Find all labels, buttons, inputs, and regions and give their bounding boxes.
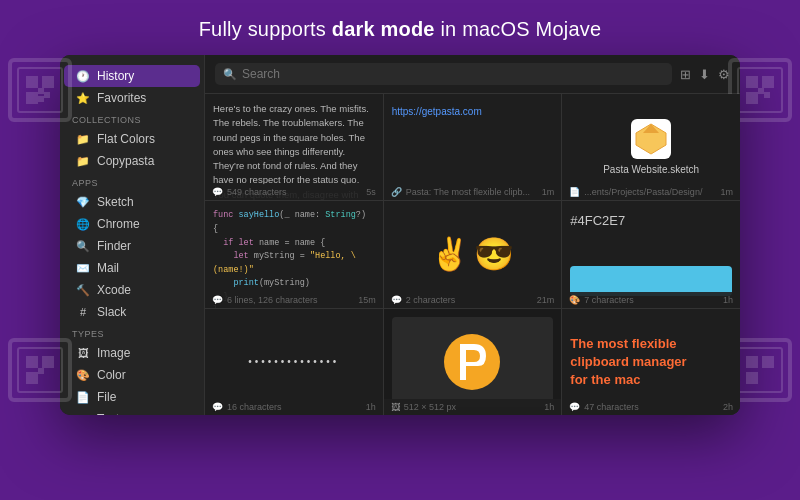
folder-icon-1: 📁 [76, 132, 90, 146]
search-wrapper[interactable]: 🔍 [215, 63, 672, 85]
color-hex-value: #4FC2E7 [570, 213, 732, 228]
sidebar-item-image[interactable]: 🖼 Image [64, 342, 200, 364]
svg-rect-9 [18, 348, 62, 392]
cell-6-footer: 🎨 7 characters 1h [562, 292, 740, 308]
emoji-meta-icon: 💬 [391, 295, 402, 305]
sidebar-item-chrome[interactable]: 🌐 Chrome [64, 213, 200, 235]
search-actions: ⊞ ⬇ ⚙ [680, 67, 730, 82]
promo-text: The most flexible clipboard manager for … [570, 335, 732, 390]
file-label: File [97, 390, 116, 404]
xcode-label: Xcode [97, 283, 131, 297]
clip-cell-url[interactable]: https://getpasta.com 🔗 Pasta: The most f… [384, 94, 562, 200]
clip-cell-file[interactable]: Pasta Website.sketch 📄 ...ents/Projects/… [562, 94, 740, 200]
sidebar-item-text[interactable]: T Text [64, 408, 200, 415]
pasta-logo-svg [442, 332, 502, 392]
file-meta-icon: 📄 [569, 187, 580, 197]
cell-5-meta-left: 2 characters [406, 295, 456, 305]
dots-meta-icon: 💬 [212, 402, 223, 412]
clip-cell-emoji[interactable]: ✌️ 😎 💬 2 characters 21m [384, 201, 562, 307]
gear-icon[interactable]: ⚙ [718, 67, 730, 82]
sketch-icon: 💎 [76, 195, 90, 209]
cell-color-content: #4FC2E7 [570, 209, 732, 299]
svg-rect-11 [42, 356, 54, 368]
emoji-1: ✌️ [430, 235, 470, 273]
sidebar: 🕐 History ⭐ Favorites Collections 📁 Flat… [60, 55, 205, 415]
cell-image-content [392, 317, 554, 407]
sidebar-item-sketch[interactable]: 💎 Sketch [64, 191, 200, 213]
sketch-label: Sketch [97, 195, 134, 209]
svg-rect-17 [762, 76, 774, 88]
folder-icon-2: 📁 [76, 154, 90, 168]
main-content: 🔍 ⊞ ⬇ ⚙ Here's to the crazy ones. The mi… [205, 55, 740, 415]
svg-rect-18 [746, 92, 758, 104]
sidebar-item-color[interactable]: 🎨 Color [64, 364, 200, 386]
cell-5-meta-right: 21m [537, 295, 555, 305]
sidebar-item-flat-colors[interactable]: 📁 Flat Colors [64, 128, 200, 150]
sidebar-item-history[interactable]: 🕐 History [64, 65, 200, 87]
search-input[interactable] [242, 67, 664, 81]
svg-rect-6 [38, 96, 44, 102]
cell-1-footer: 💬 549 characters 5s [205, 184, 383, 200]
cell-4-footer: 💬 6 lines, 126 characters 15m [205, 292, 383, 308]
image-label: Image [97, 346, 130, 360]
cell-2-meta-left: Pasta: The most flexible clipb... [406, 187, 530, 197]
cell-7-meta-right: 1h [366, 402, 376, 412]
clock-icon: 🕐 [76, 69, 90, 83]
clip-cell-code[interactable]: func sayHello(_ name: String?) { if let … [205, 201, 383, 307]
clip-cell-image[interactable]: 🖼 512 × 512 px 1h [384, 309, 562, 415]
cell-6-meta-left: 7 characters [584, 295, 634, 305]
cell-8-footer: 🖼 512 × 512 px 1h [384, 399, 562, 415]
cell-3-footer: 📄 ...ents/Projects/Pasta/Design/ 1m [562, 184, 740, 200]
download-icon[interactable]: ⬇ [699, 67, 710, 82]
slack-icon: # [76, 305, 90, 319]
mail-icon: ✉️ [76, 261, 90, 275]
svg-rect-10 [26, 356, 38, 368]
finder-label: Finder [97, 239, 131, 253]
sketch-svg-icon [631, 119, 671, 159]
color-meta-icon: 🎨 [569, 295, 580, 305]
sidebar-item-file[interactable]: 📄 File [64, 386, 200, 408]
svg-rect-5 [38, 88, 44, 94]
clipboard-grid: Here's to the crazy ones. The misfits. T… [205, 94, 740, 415]
slack-label: Slack [97, 305, 126, 319]
svg-rect-19 [758, 88, 764, 94]
cell-2-meta-right: 1m [542, 187, 555, 197]
sidebar-item-xcode[interactable]: 🔨 Xcode [64, 279, 200, 301]
mail-label: Mail [97, 261, 119, 275]
svg-rect-22 [738, 348, 782, 392]
cell-5-footer: 💬 2 characters 21m [384, 292, 562, 308]
cell-9-footer: 💬 47 characters 2h [562, 399, 740, 415]
promo-line2: clipboard manager [570, 354, 686, 369]
cell-6-meta-right: 1h [723, 295, 733, 305]
svg-rect-13 [38, 368, 44, 374]
heading-suffix: in macOS Mojave [435, 18, 602, 40]
xcode-icon: 🔨 [76, 283, 90, 297]
sidebar-item-copypasta[interactable]: 📁 Copypasta [64, 150, 200, 172]
cell-dots-content: •••••••••••••• [213, 317, 375, 407]
cell-1-meta-right: 5s [366, 187, 376, 197]
grid-icon[interactable]: ⊞ [680, 67, 691, 82]
svg-rect-20 [764, 92, 770, 98]
promo-line1: The most flexible [570, 336, 676, 351]
image-meta-icon: 🖼 [391, 402, 400, 412]
clip-cell-color[interactable]: #4FC2E7 🎨 7 characters 1h [562, 201, 740, 307]
sidebar-item-mail[interactable]: ✉️ Mail [64, 257, 200, 279]
flat-colors-label: Flat Colors [97, 132, 155, 146]
emoji-2: 😎 [474, 235, 514, 273]
apps-label: Apps [60, 172, 204, 191]
cell-2-footer: 🔗 Pasta: The most flexible clipb... 1m [384, 184, 562, 200]
collections-label: Collections [60, 109, 204, 128]
sidebar-item-finder[interactable]: 🔍 Finder [64, 235, 200, 257]
chrome-icon: 🌐 [76, 217, 90, 231]
promo-meta-icon: 💬 [569, 402, 580, 412]
cell-promo-content: The most flexible clipboard manager for … [570, 317, 732, 407]
svg-rect-2 [26, 76, 38, 88]
clip-cell-promo[interactable]: The most flexible clipboard manager for … [562, 309, 740, 415]
sidebar-item-favorites[interactable]: ⭐ Favorites [64, 87, 200, 109]
clip-cell-text[interactable]: Here's to the crazy ones. The misfits. T… [205, 94, 383, 200]
clip-cell-dots[interactable]: •••••••••••••• 💬 16 characters 1h [205, 309, 383, 415]
search-bar: 🔍 ⊞ ⬇ ⚙ [205, 55, 740, 94]
cell-7-meta-left: 16 characters [227, 402, 282, 412]
svg-rect-23 [746, 356, 758, 368]
sidebar-item-slack[interactable]: # Slack [64, 301, 200, 323]
